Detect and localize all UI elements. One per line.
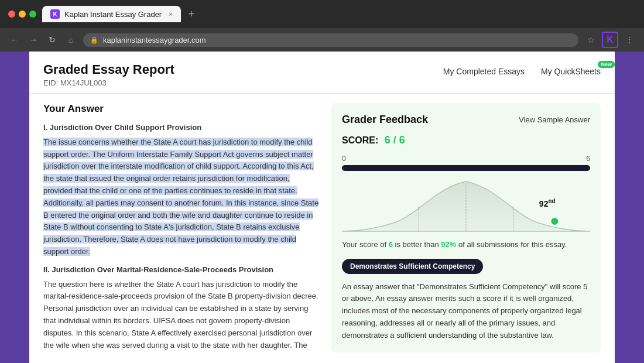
fullscreen-button[interactable] [29,11,36,18]
view-sample-link[interactable]: View Sample Answer [519,115,590,124]
new-tab-button[interactable]: + [184,7,198,21]
grader-header: Grader Feedback View Sample Answer [342,114,590,126]
grader-title: Grader Feedback [342,114,428,126]
section2-heading: II. Jurisdiction Over Marital-Residence-… [43,264,320,276]
right-panel: Grader Feedback View Sample Answer SCORE… [331,103,601,352]
page-content: Graded Essay Report EID: MX14JUL003 My C… [29,52,615,363]
score-max-label: 6 [586,155,590,163]
essay-paragraph-2: The question here is whether the State A… [43,279,320,352]
score-bar-labels: 0 6 [342,155,590,163]
browser-toolbar: ← → ↻ ⌂ 🔒 kaplaninstantessaygrader.com ☆… [0,28,644,52]
page-title: Graded Essay Report [43,62,174,77]
kaplan-extension-icon[interactable]: K [602,32,618,48]
close-button[interactable] [8,11,15,18]
tab-title: Kaplan Instant Essay Grader [64,10,162,19]
back-button[interactable]: ← [8,33,21,46]
competency-text: An essay answer that "Demonstrates Suffi… [342,281,590,342]
my-completed-essays-link[interactable]: My Completed Essays [443,67,525,76]
score-bar [342,165,590,171]
score-label: SCORE: [342,135,378,145]
left-panel: Your Answer I. Jurisdiction Over Child S… [43,103,320,352]
kaplan-favicon: K [50,9,60,19]
highlighted-text: The issue concerns whether the State A c… [43,138,318,256]
new-badge: New [598,61,615,68]
star-icon[interactable]: ☆ [584,33,597,46]
main-content: Your Answer I. Jurisdiction Over Child S… [29,94,615,362]
minimize-button[interactable] [19,11,26,18]
forward-button[interactable]: → [27,33,40,46]
essay-text: I. Jurisdiction Over Child Support Provi… [43,122,320,352]
header-left: Graded Essay Report EID: MX14JUL003 [43,62,174,87]
your-answer-title: Your Answer [43,103,320,115]
percentile-marker: 92nd [539,198,556,208]
header-nav: My Completed Essays My QuickSheets New [443,67,601,76]
bell-curve-container: 92nd [342,176,590,234]
score-min-label: 0 [342,155,346,163]
section1-heading: I. Jurisdiction Over Child Support Provi… [43,122,320,134]
address-bar[interactable]: 🔒 kaplaninstantessaygrader.com [83,33,578,47]
tab-close-button[interactable]: × [169,11,172,18]
score-section: SCORE: 6 / 6 [342,134,590,146]
reload-button[interactable]: ↻ [46,33,59,46]
competency-badge: Demonstrates Sufficient Competency [342,259,483,274]
lock-icon: 🔒 [90,36,98,44]
address-text: kaplaninstantessaygrader.com [103,36,206,44]
menu-icon[interactable]: ⋮ [623,33,636,46]
toolbar-right: ☆ K ⋮ [584,32,636,48]
tab-bar: K Kaplan Instant Essay Grader × + [42,6,636,22]
score-description: Your score of 6 is better than 92% of al… [342,239,590,251]
active-tab[interactable]: K Kaplan Instant Essay Grader × [42,6,181,22]
essay-paragraph-1: The issue concerns whether the State A c… [43,136,320,258]
score-value: 6 / 6 [385,134,405,146]
home-button[interactable]: ⌂ [64,33,77,46]
score-bar-container: 0 6 [342,155,590,171]
my-quicksheets-link[interactable]: My QuickSheets New [541,67,601,76]
svg-point-3 [550,217,559,225]
eid-text: EID: MX14JUL003 [43,78,174,87]
page-header: Graded Essay Report EID: MX14JUL003 My C… [29,52,615,94]
traffic-lights [8,11,36,18]
percentile-label: 92nd [539,198,556,208]
